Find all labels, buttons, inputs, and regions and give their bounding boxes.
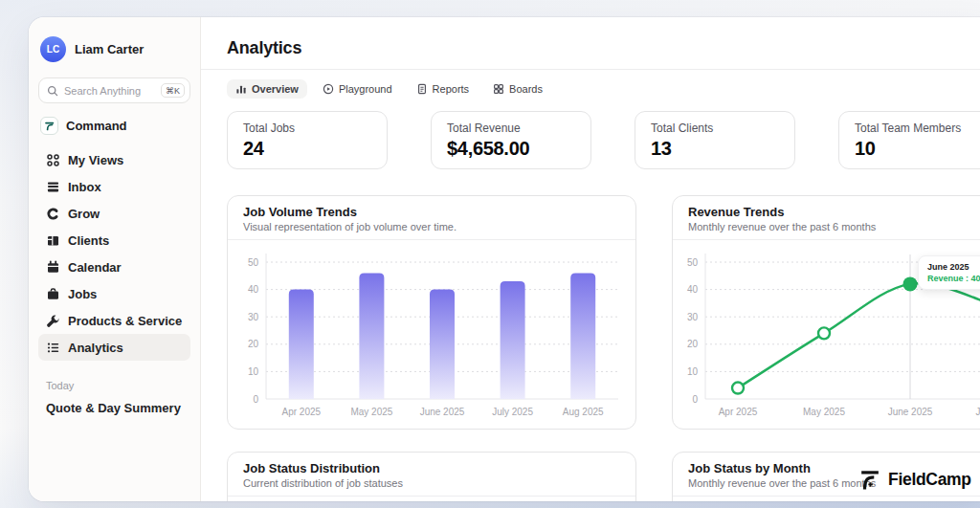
sidebar-item-quote-day-summary[interactable]: Quote & Day Summery	[38, 401, 190, 415]
play-circle-icon	[323, 83, 334, 95]
sidebar: LC Liam Carter Search Anything ⌘K Comman…	[29, 17, 201, 501]
sidebar-item-analytics[interactable]: Analytics	[38, 334, 190, 361]
sidebar-item-inbox[interactable]: Inbox	[38, 173, 190, 200]
charts-row-1: Job Volume Trends Visual representation …	[201, 169, 980, 430]
tab-overview[interactable]: Overview	[227, 79, 307, 99]
user-profile[interactable]: LC Liam Carter	[38, 36, 190, 62]
tab-playground[interactable]: Playground	[314, 79, 401, 99]
stat-card-total-clients: Total Clients 13	[635, 111, 795, 169]
search-placeholder: Search Anything	[64, 85, 155, 97]
svg-text:20: 20	[248, 339, 259, 349]
page-title: Analytics	[227, 38, 980, 58]
boards-grid-icon	[493, 83, 504, 95]
svg-text:May 2025: May 2025	[350, 407, 392, 417]
card-header: Job Status Distribution Current distribu…	[228, 453, 635, 497]
sidebar-item-products-service[interactable]: Products & Service	[38, 307, 190, 334]
grid-dots-icon	[46, 153, 60, 167]
chart-tooltip: June 2025 Revenue : 4000	[918, 255, 980, 290]
fieldcamp-icon	[858, 468, 881, 492]
clients-table-icon	[46, 233, 60, 248]
list-icon	[46, 341, 60, 355]
grow-icon	[46, 207, 60, 221]
sidebar-item-clients[interactable]: Clients	[38, 227, 190, 254]
shortcut-badge: ⌘K	[161, 83, 185, 98]
tab-reports[interactable]: Reports	[408, 79, 479, 99]
job-status-distribution-card: Job Status Distribution Current distribu…	[227, 452, 636, 501]
sidebar-item-grow[interactable]: Grow	[38, 200, 190, 227]
svg-text:June 2025: June 2025	[420, 407, 465, 417]
svg-text:30: 30	[248, 312, 259, 322]
svg-text:June 2025: June 2025	[888, 407, 933, 417]
sidebar-item-my-views[interactable]: My Views	[38, 146, 190, 173]
briefcase-icon	[46, 287, 60, 301]
stat-card-total-jobs: Total Jobs 24	[227, 111, 388, 169]
fieldcamp-logo: FieldCamp	[858, 468, 971, 492]
svg-text:10: 10	[248, 366, 259, 377]
svg-text:July 2025: July 2025	[492, 407, 533, 417]
svg-text:Apr 2025: Apr 2025	[282, 407, 322, 417]
command-icon	[40, 117, 58, 135]
calendar-icon	[46, 260, 60, 275]
svg-text:10: 10	[687, 366, 699, 377]
svg-text:Aug 2025: Aug 2025	[563, 407, 604, 417]
main-content: Analytics Overview Playground	[201, 17, 980, 501]
sidebar-menu: My Views Inbox Grow	[38, 146, 190, 361]
svg-text:July 2025: July 2025	[976, 407, 980, 417]
svg-text:40: 40	[687, 284, 699, 295]
app-window: LC Liam Carter Search Anything ⌘K Comman…	[29, 17, 980, 501]
svg-text:Apr 2025: Apr 2025	[719, 407, 758, 417]
wrench-icon	[46, 314, 60, 328]
stat-card-total-team-members: Total Team Members 10	[838, 111, 980, 169]
card-header: Job Volume Trends Visual representation …	[228, 196, 635, 240]
svg-text:30: 30	[687, 312, 699, 322]
svg-text:20: 20	[687, 339, 699, 349]
avatar: LC	[40, 36, 66, 62]
svg-text:50: 50	[248, 257, 259, 268]
sidebar-section-today: Today	[38, 380, 190, 391]
tab-bar: Overview Playground Reports	[201, 70, 980, 99]
svg-text:0: 0	[253, 394, 258, 405]
stat-card-total-revenue: Total Revenue $4,658.00	[431, 111, 591, 169]
sidebar-item-command[interactable]: Command	[38, 113, 190, 139]
bar-chart-icon	[235, 83, 247, 95]
svg-text:40: 40	[248, 284, 259, 295]
page-header: Analytics	[201, 17, 980, 70]
svg-text:May 2025: May 2025	[803, 407, 845, 417]
svg-text:0: 0	[692, 394, 698, 405]
search-input[interactable]: Search Anything ⌘K	[38, 77, 190, 103]
search-icon	[47, 85, 58, 97]
card-header: Revenue Trends Monthly revenue over the …	[673, 196, 980, 240]
document-icon	[416, 83, 428, 95]
user-name: Liam Carter	[75, 42, 144, 56]
revenue-trends-card: Revenue Trends Monthly revenue over the …	[672, 195, 980, 430]
sidebar-item-calendar[interactable]: Calendar	[38, 254, 190, 280]
job-volume-trends-card: Job Volume Trends Visual representation …	[227, 195, 636, 430]
stats-row: Total Jobs 24 Total Revenue $4,658.00 To…	[201, 99, 980, 169]
svg-text:50: 50	[687, 257, 699, 268]
tab-boards[interactable]: Boards	[484, 79, 551, 99]
job-volume-bar-chart: 01020304050Apr 2025May 2025June 2025July…	[228, 240, 636, 430]
sidebar-item-jobs[interactable]: Jobs	[38, 280, 190, 307]
inbox-icon	[46, 180, 60, 194]
